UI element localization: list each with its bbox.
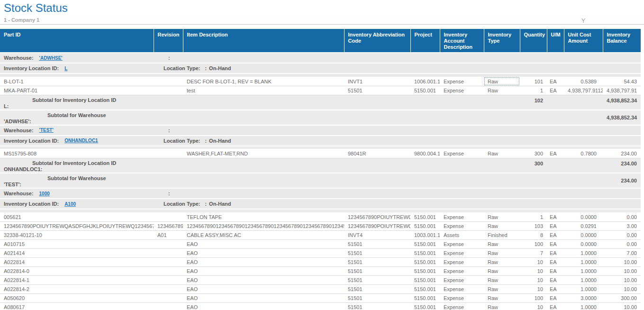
inventory-balance-cell: 0.00: [603, 239, 641, 248]
inventory-account-description-cell: Expense: [440, 293, 484, 302]
location-id-label: Inventory Location ID:: [4, 201, 59, 207]
um-cell: EA: [547, 230, 564, 239]
revision-cell: [154, 284, 183, 293]
warehouse-group-cell: Warehouse:1000:: [0, 188, 641, 199]
subtotal-unit-cost-cell: [564, 95, 603, 110]
inventory-abbreviation-code-cell: 51501: [344, 257, 410, 266]
inventory-type-cell: Raw: [484, 239, 520, 248]
table-row: 1234567890POIUYTREWQASDFGHJKLPOIUYTREWQ1…: [0, 221, 641, 230]
subtotal-label: Subtotal for Warehouse: [4, 110, 516, 119]
warehouse-link[interactable]: 'TEST': [39, 128, 54, 133]
col-header-inventory-account-description: Inventory Account Description: [440, 29, 484, 53]
revision-cell: [154, 293, 183, 302]
unit-cost-cell: 0.0000: [564, 212, 603, 221]
revision-cell: [154, 212, 183, 221]
quantity-cell: 100: [520, 239, 547, 248]
title-bar: Stock Status: [0, 0, 644, 16]
um-cell: EA: [547, 248, 564, 257]
quantity-cell: 10: [520, 257, 547, 266]
inventory-type-cell: Raw: [484, 212, 520, 221]
um-cell: EA: [547, 239, 564, 248]
location-type-value: On-Hand: [209, 138, 231, 144]
subtotal-balance-cell: 234.00: [603, 158, 641, 173]
location-subtotal-row: Subtotal for Inventory Location IDL:1024…: [0, 95, 641, 110]
inventory-account-description-cell: Expense: [440, 77, 484, 86]
table-body: Warehouse:'ADWHSE':Inventory Location ID…: [0, 53, 641, 310]
header-row: Part IDRevisionItem DescriptionInventory…: [0, 29, 641, 53]
inventory-type-cell: Raw: [484, 248, 520, 257]
subtotal-um-cell: [547, 95, 564, 110]
part-id-cell: A022814-1: [0, 275, 154, 284]
subtotal-balance-cell: 4,938,852.34: [603, 110, 641, 125]
inventory-type-cell[interactable]: Raw: [484, 77, 520, 86]
location-id-link[interactable]: L: [64, 66, 67, 71]
inventory-account-description-cell: Expense: [440, 86, 484, 95]
inventory-type-cell: Finished: [484, 230, 520, 239]
project-cell: 1006.001.10: [410, 77, 440, 86]
inventory-account-description-cell: Expense: [440, 248, 484, 257]
warehouse-colon: :: [168, 191, 170, 196]
unit-cost-cell: 0.7800: [564, 149, 603, 158]
location-type-colon: :: [205, 201, 207, 207]
inventory-account-description-cell: Expense: [440, 221, 484, 230]
table-row: A022814-2EAO515015150.001ExpenseRaw10EA1…: [0, 284, 641, 293]
warehouse-link[interactable]: 'ADWHSE': [39, 55, 63, 61]
sub-header-bar: 1 - Company 1 Y: [0, 16, 644, 25]
company-label: 1 - Company 1: [4, 17, 39, 23]
location-id-label: Inventory Location ID:: [4, 65, 59, 71]
inventory-abbreviation-code-cell: 51501: [344, 284, 410, 293]
part-id-cell: A050620: [0, 293, 154, 302]
project-cell: 5150.001: [410, 275, 440, 284]
subtotal-quantity-cell: [520, 110, 547, 125]
inventory-balance-cell: 234.00: [603, 149, 641, 158]
inventory-account-description-cell: Expense: [440, 257, 484, 266]
item-description-cell: test: [183, 86, 344, 95]
subtotal-label-cell: Subtotal for Inventory Location IDONHAND…: [0, 158, 520, 173]
subtotal-balance-cell: 4,938,852.34: [603, 95, 641, 110]
inventory-type-cell: Raw: [484, 284, 520, 293]
subtotal-quantity-cell: 102: [520, 95, 547, 110]
inventory-account-description-cell: Expense: [440, 266, 484, 275]
um-cell: EA: [547, 302, 564, 310]
subtotal-label: Subtotal for Inventory Location ID: [4, 158, 516, 166]
table-row: 32338-40121-10A01CABLE ASSY,MISC ACINVT4…: [0, 230, 641, 239]
subtotal-unit-cost-cell: [564, 110, 603, 125]
parameter-flag: Y: [581, 18, 585, 24]
inventory-type-cell: Raw: [484, 275, 520, 284]
project-cell: 5150.001: [410, 293, 440, 302]
part-id-cell: A021414: [0, 248, 154, 257]
quantity-cell: 10: [520, 284, 547, 293]
inventory-type-cell: Raw: [484, 86, 520, 95]
um-cell: EA: [547, 86, 564, 95]
inventory-abbreviation-code-cell: 51501: [344, 266, 410, 275]
item-description-cell: DESC FOR B-LOT-1, REV = BLANK: [183, 77, 344, 86]
location-type-value: On-Hand: [209, 65, 231, 71]
um-cell: EA: [547, 77, 564, 86]
subtotal-key: L:: [4, 103, 516, 109]
project-cell: 5150.001: [410, 212, 440, 221]
inventory-abbreviation-code-cell: 51501: [344, 239, 410, 248]
project-cell: 5150.001: [410, 248, 440, 257]
location-id-link[interactable]: A100: [64, 201, 76, 207]
warehouse-link[interactable]: 1000: [39, 191, 50, 196]
revision-cell: A01: [154, 230, 183, 239]
quantity-cell: 100: [520, 293, 547, 302]
location-type-label: Location Type:: [163, 65, 200, 71]
um-cell: EA: [547, 275, 564, 284]
item-description-cell: EAO: [183, 239, 344, 248]
inventory-type-cell: Raw: [484, 293, 520, 302]
unit-cost-cell: 0.0000: [564, 239, 603, 248]
inventory-abbreviation-code-cell: INVT1: [344, 77, 410, 86]
item-description-cell: EAO: [183, 284, 344, 293]
inventory-account-description-cell: Expense: [440, 284, 484, 293]
revision-cell: [154, 239, 183, 248]
table-row: 005621TEFLON TAPE1234567890POIUYTREWQ515…: [0, 212, 641, 221]
item-description-cell: TEFLON TAPE: [183, 212, 344, 221]
subtotal-unit-cost-cell: [564, 158, 603, 173]
warehouse-label: Warehouse:: [4, 55, 34, 61]
project-cell: 9800.004.10: [410, 149, 440, 158]
location-id-link[interactable]: ONHANDLOC1: [64, 138, 98, 143]
inventory-abbreviation-code-cell: 51501: [344, 248, 410, 257]
table-row: A050620EAO515015150.001ExpenseRaw100EA3.…: [0, 293, 641, 302]
location-type-colon: :: [205, 65, 207, 71]
